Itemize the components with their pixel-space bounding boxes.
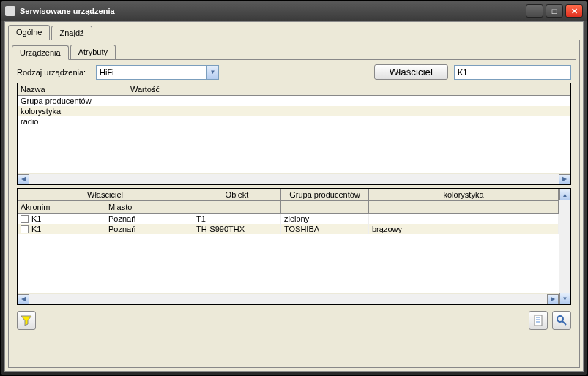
app-icon (5, 6, 15, 16)
grid1-header: Nazwa Wartość (18, 83, 570, 96)
svg-line-2 (562, 321, 566, 325)
dropdown-icon[interactable]: ▼ (206, 66, 218, 79)
results-grid-wrap: Właściciel Obiekt Grupa producentów kolo… (17, 188, 571, 305)
col-miasto[interactable]: Miasto (105, 201, 193, 213)
hscroll-track[interactable] (29, 294, 547, 304)
filter-button[interactable] (17, 311, 36, 330)
grid1-row[interactable]: kolorystyka (18, 106, 570, 116)
vscroll-track[interactable] (559, 200, 570, 293)
rodzaj-label: Rodzaj urządzenia: (17, 68, 90, 77)
scroll-right-icon[interactable]: ▶ (547, 294, 559, 304)
svg-rect-0 (535, 315, 542, 326)
row-checkbox[interactable] (21, 215, 29, 223)
scroll-up-icon[interactable]: ▲ (559, 189, 570, 200)
col-wlasciciel[interactable]: Właściciel (18, 189, 193, 200)
funnel-icon (21, 315, 32, 326)
row-checkbox[interactable] (21, 225, 29, 233)
scroll-left-icon[interactable]: ◀ (18, 294, 29, 304)
wlasciciel-input[interactable] (454, 65, 571, 80)
results-grid: Właściciel Obiekt Grupa producentów kolo… (18, 189, 559, 304)
scroll-right-icon[interactable]: ▶ (559, 174, 570, 184)
wlasciciel-button[interactable]: Właściciel (374, 64, 448, 80)
col-wartosc[interactable]: Wartość (127, 83, 570, 95)
document-icon (532, 315, 544, 326)
window-title: Serwisowane urządzenia (20, 7, 526, 15)
grid2-header-sub: Akronim Miasto (18, 201, 559, 214)
grid1-body[interactable]: Grupa producentów kolorystyka radio (18, 96, 570, 173)
close-button[interactable]: ✕ (565, 4, 583, 18)
scroll-down-icon[interactable]: ▼ (559, 293, 570, 304)
grid2-header-group: Właściciel Obiekt Grupa producentów kolo… (18, 189, 559, 201)
grid2-vscroll: ▲ ▼ (559, 189, 570, 304)
search-button[interactable] (552, 311, 571, 330)
bottom-toolbar (17, 308, 571, 330)
grid2-hscroll: ◀ ▶ (18, 293, 559, 304)
attributes-grid: Nazwa Wartość Grupa producentów koloryst… (17, 83, 571, 185)
col-obiekt[interactable]: Obiekt (193, 189, 281, 200)
tab-znajdz[interactable]: Znajdź (51, 26, 92, 40)
client-area: Ogólne Znajdź Urządzenia Atrybuty Rodzaj… (4, 21, 584, 372)
tab-ogolne[interactable]: Ogólne (8, 25, 50, 40)
hscroll-track[interactable] (29, 174, 559, 184)
maximize-button[interactable]: □ (546, 4, 563, 18)
document-button[interactable] (529, 311, 548, 330)
filter-row: Rodzaj urządzenia: ▼ Właściciel (17, 64, 571, 80)
minimize-button[interactable]: — (526, 4, 543, 18)
col-kolorystyka[interactable]: kolorystyka (369, 189, 559, 200)
grid2-body[interactable]: K1 Poznań T1 zielony K1 Poznań TH-S990TH… (18, 214, 559, 293)
sub-tabs: Urządzenia Atrybuty (12, 45, 576, 59)
grid1-row[interactable]: radio (18, 116, 570, 127)
col-nazwa[interactable]: Nazwa (18, 83, 127, 95)
col-akronim[interactable]: Akronim (18, 201, 105, 213)
col-grupa[interactable]: Grupa producentów (281, 189, 369, 200)
sub-content: Rodzaj urządzenia: ▼ Właściciel Nazwa Wa… (12, 59, 576, 364)
tab-atrybuty[interactable]: Atrybuty (70, 45, 116, 59)
tab-content: Urządzenia Atrybuty Rodzaj urządzenia: ▼… (8, 40, 580, 368)
rodzaj-combo[interactable]: ▼ (96, 65, 219, 80)
table-row[interactable]: K1 Poznań T1 zielony (18, 214, 559, 224)
table-row[interactable]: K1 Poznań TH-S990THX TOSHIBA brązowy (18, 224, 559, 234)
app-window: Serwisowane urządzenia — □ ✕ Ogólne Znaj… (0, 0, 588, 376)
titlebar[interactable]: Serwisowane urządzenia — □ ✕ (1, 1, 587, 21)
rodzaj-input[interactable] (97, 68, 206, 77)
grid1-row[interactable]: Grupa producentów (18, 96, 570, 106)
scroll-left-icon[interactable]: ◀ (18, 174, 29, 184)
svg-point-1 (557, 316, 563, 322)
main-tabs: Ogólne Znajdź (8, 25, 580, 40)
magnifier-icon (556, 315, 567, 326)
grid1-hscroll: ◀ ▶ (18, 173, 570, 184)
tab-urzadzenia[interactable]: Urządzenia (12, 45, 69, 60)
